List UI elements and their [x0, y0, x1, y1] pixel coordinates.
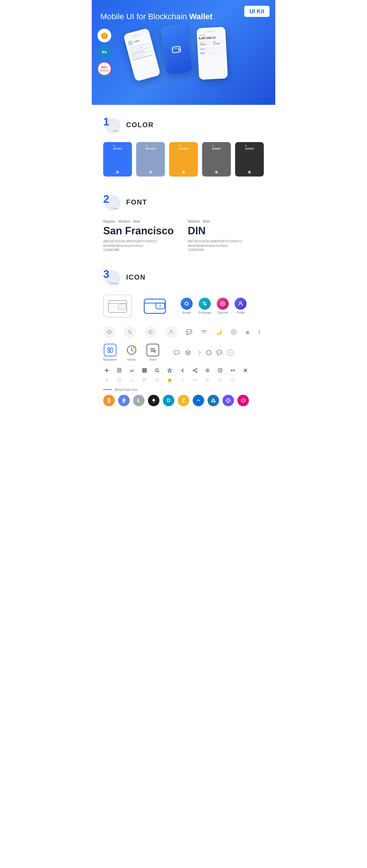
- exchange-ghost-icon: [124, 326, 136, 338]
- swatch-dark: #303030: [235, 142, 264, 177]
- hero-section: Mobile UI for Blockchain Wallet UI Kit P…: [92, 0, 275, 105]
- crypto-icons-row: ₿ Ł D Z: [103, 395, 264, 406]
- svg-point-51: [193, 370, 194, 371]
- din-style-label: Medium · Bold: [188, 219, 264, 223]
- phone-mockups: Profile: [101, 25, 266, 88]
- svg-point-53: [207, 370, 208, 371]
- profile-label: Profile: [236, 311, 245, 314]
- ghost-icon-row: 💬 🌙 ▣ ℹ: [103, 326, 264, 338]
- plus-icon: [103, 367, 110, 374]
- svg-marker-49: [168, 368, 172, 372]
- color-swatches: #3574FA #8DA0C8 #F5A623 #666666 #303030: [103, 142, 264, 177]
- moon-icon: 🌙: [216, 329, 222, 335]
- utility-icons-row1: [103, 367, 264, 374]
- tab-icons-row: Mangment ! History Order: [103, 344, 264, 361]
- history-label: History: [127, 358, 136, 361]
- stack-icon: [201, 329, 207, 335]
- zerox-icon: [223, 395, 234, 406]
- close-ghost-icon: [204, 377, 211, 383]
- order-tab-icon: Order: [146, 344, 159, 361]
- share-icon: [192, 367, 198, 374]
- waves-icon: [193, 395, 204, 406]
- icon-title: ICON: [126, 273, 146, 281]
- svg-rect-38: [174, 351, 179, 354]
- gear-icon: [204, 367, 211, 374]
- svg-point-76: [244, 399, 246, 401]
- star-icon: [166, 367, 173, 374]
- history-tab-icon: ! History: [125, 344, 138, 361]
- assets-icon-item: Assets: [181, 298, 193, 314]
- sf-uppercase: ABCDEFGHIJKLMNOPQRSTUVWXYZ: [103, 240, 179, 243]
- font-title: FONT: [126, 198, 147, 206]
- dash-icon: D: [163, 395, 174, 406]
- blockchain-label: BlockChain Icon: [115, 388, 138, 391]
- svg-marker-60: [168, 378, 172, 382]
- discover-ghost-icon: [144, 326, 157, 338]
- font-section: 2 TWO FONT Regular · Medium · Bold San F…: [92, 182, 275, 257]
- chat-icon: 💬: [186, 329, 192, 335]
- management-label: Mangment: [103, 358, 117, 361]
- svg-rect-13: [144, 299, 165, 313]
- svg-point-77: [241, 401, 242, 402]
- qr-icon: [141, 367, 148, 374]
- sf-name: San Francisco: [103, 225, 179, 237]
- icon-section: 3 THREE ICON: [92, 257, 275, 421]
- svg-point-20: [223, 303, 223, 304]
- svg-point-74: [243, 402, 244, 403]
- profile-icon: [234, 298, 247, 310]
- stratis-icon: [207, 395, 219, 406]
- blockchain-label-row: BlockChain Icon: [103, 388, 264, 391]
- svg-rect-58: [142, 380, 144, 382]
- phone-center: [160, 23, 193, 75]
- wallet-filled-icon: [143, 297, 166, 315]
- svg-text:!: !: [134, 347, 135, 349]
- doc-ghost-icon: [116, 377, 123, 383]
- arrows-ghost-icon: [192, 377, 198, 383]
- order-icon: [146, 344, 159, 356]
- utility-icons-row2: [103, 377, 264, 383]
- hero-title: Mobile UI for Blockchain Wallet: [101, 11, 266, 22]
- wallet-icon: [171, 44, 181, 54]
- svg-rect-46: [143, 371, 144, 372]
- swatch-grayblue: #8DA0C8: [136, 142, 165, 177]
- sf-numbers: 1234567890: [103, 248, 179, 251]
- section-number-color: 1 ONE: [103, 116, 120, 133]
- polkadot-icon: [237, 395, 249, 406]
- svg-point-78: [244, 401, 246, 402]
- wallet-filled: [140, 294, 169, 317]
- wallet-wireframe-icon: [108, 298, 128, 314]
- management-tab-icon: Mangment: [103, 344, 117, 361]
- star-active-icon: [166, 377, 173, 383]
- svg-rect-30: [202, 333, 206, 334]
- order-label: Order: [149, 358, 157, 361]
- exchange-icon-item: Exchange: [198, 298, 211, 314]
- svg-rect-45: [145, 369, 146, 370]
- hero-title-normal: Mobile UI for Blockchain: [101, 12, 189, 21]
- check-icon: [129, 367, 135, 374]
- svg-point-73: [243, 398, 244, 399]
- svg-rect-33: [111, 348, 113, 352]
- discover-icon: [217, 298, 229, 310]
- font-section-header: 2 TWO FONT: [103, 194, 264, 211]
- ethereum-icon: [118, 395, 130, 406]
- color-section-header: 1 ONE COLOR: [103, 116, 264, 133]
- svg-point-37: [154, 351, 156, 352]
- info-nav-icon: i: [227, 349, 234, 356]
- ui-kit-badge: UI Kit: [244, 6, 270, 17]
- refresh-ghost-icon: [217, 377, 224, 383]
- svg-point-75: [241, 399, 242, 401]
- speech-icon: 💬: [217, 350, 222, 355]
- check-ghost-icon: [129, 377, 135, 383]
- history-icon: !: [125, 344, 138, 356]
- exchange-label: Exchange: [198, 311, 211, 314]
- sf-lowercase: abcdefghijklmnopqrstuvwxyz: [103, 244, 179, 247]
- phone-left: Profile: [123, 28, 161, 82]
- qr-ghost-icon: [141, 377, 148, 383]
- color-section: 1 ONE COLOR #3574FA #8DA0C8 #F5A623 #666…: [92, 105, 275, 182]
- svg-rect-31: [108, 348, 110, 350]
- svg-point-52: [196, 371, 197, 372]
- phone-right: myWallet 6,297,502.12 BTC 738.29 ETH 12-…: [196, 27, 228, 80]
- svg-point-62: [232, 379, 233, 379]
- search-icon: [154, 367, 161, 374]
- management-icon: [104, 344, 116, 356]
